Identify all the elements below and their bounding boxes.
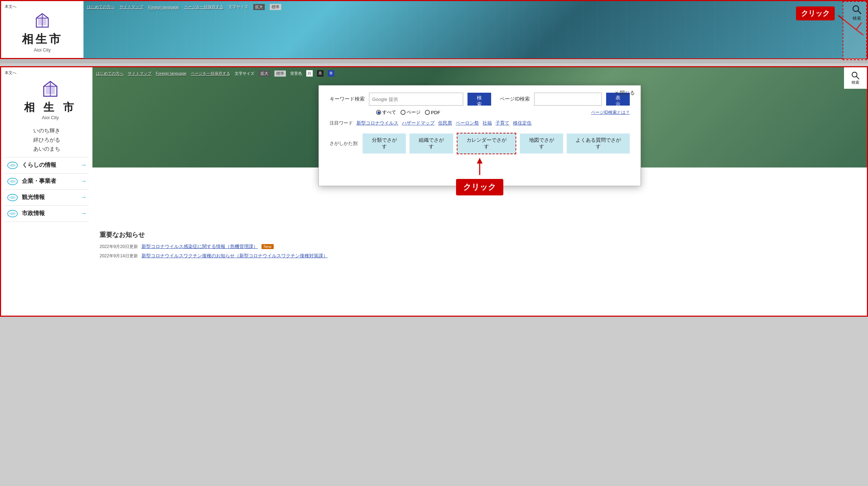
city-name-en-main: Aioi City — [42, 115, 59, 120]
page-id-input[interactable] — [534, 93, 601, 106]
radio-page-label: ページ — [407, 109, 421, 116]
nav-sitemap-top[interactable]: サイトマップ — [120, 4, 143, 10]
modal-close-btn[interactable]: × 閉じる — [615, 90, 635, 96]
svg-point-7 — [853, 6, 859, 11]
svg-line-8 — [858, 11, 861, 14]
search-icon-top — [852, 5, 862, 15]
font-standard-main[interactable]: 標準 — [274, 71, 286, 77]
nav-kanko[interactable]: 観光情報 → — [5, 189, 89, 205]
color-black-btn[interactable]: 黒 — [317, 70, 323, 77]
keyword-shafu[interactable]: 社福 — [483, 120, 492, 126]
keyword-ijyu[interactable]: 移住定住 — [513, 120, 532, 126]
notice-row-1: 2022年9月20日更新 新型コロナウイルス感染症に関する情報（危機管理課） N… — [100, 243, 860, 250]
nav-shisei-label: 市政情報 — [22, 210, 77, 217]
city-name-jp-top: 相生市 — [22, 31, 63, 47]
sagashi-label: さがしかた別 — [330, 140, 358, 147]
arrow-calendar — [469, 158, 490, 176]
city-name-jp-main: 相 生 市 — [24, 100, 77, 115]
font-expand-main[interactable]: 拡大 — [259, 71, 270, 77]
nav-kanko-icon — [7, 193, 18, 202]
keyword-search-button[interactable]: 検索 — [467, 93, 491, 106]
nav-kanko-label: 観光情報 — [22, 194, 77, 201]
keyword-covid[interactable]: 新型コロナウイルス — [356, 120, 398, 126]
nav-foreign-main[interactable]: Foreign language — [156, 71, 187, 76]
notice-link-2[interactable]: 新型コロナウイルスワクチン接種のお知らせ（新型コロナウイルスワクチン接種対策課） — [142, 253, 328, 259]
nav-kurashi-label: くらしの情報 — [22, 161, 77, 169]
sagashi-calendar[interactable]: カレンダーでさがす — [457, 133, 516, 154]
radio-pdf-circle — [425, 110, 430, 115]
skip-link-top[interactable]: 本文へ — [5, 4, 16, 9]
notice-row-2: 2022年9月14日更新 新型コロナウイルスワクチン接種のお知らせ（新型コロナウ… — [100, 253, 860, 259]
font-size-label-top: 文字サイズ — [229, 4, 248, 10]
close-label: 閉じる — [620, 90, 635, 96]
notice-link-1[interactable]: 新型コロナウイルス感染症に関する情報（危機管理課） — [142, 243, 258, 250]
nav-kanko-arrow: → — [80, 194, 87, 201]
click-badge-top: クリック — [796, 6, 835, 20]
radio-page[interactable]: ページ — [401, 109, 421, 116]
nav-shisei-arrow: → — [80, 210, 87, 217]
nav-foreign-top[interactable]: Foreign language — [148, 5, 179, 9]
font-expand-top[interactable]: 拡大 — [253, 4, 265, 10]
search-button-top[interactable]: 検索 — [849, 3, 865, 23]
page-id-label: ページID検索 — [500, 96, 530, 102]
color-white-btn[interactable]: 白 — [306, 70, 313, 77]
sagashi-bunrui[interactable]: 分類でさがす — [363, 133, 406, 154]
nav-save-top[interactable]: ページを一括保存する — [184, 4, 224, 10]
search-label-main: 検索 — [852, 80, 859, 85]
skip-link-main[interactable]: 本文へ — [5, 70, 89, 76]
sagashi-soshiki[interactable]: 組織でさがす — [409, 133, 453, 154]
click-badge-calendar: クリック — [456, 179, 503, 195]
sagashi-chizu[interactable]: 地図でさがす — [520, 133, 563, 154]
search-radio-group: すべて ページ PDF — [376, 109, 440, 116]
keyword-search-input[interactable] — [369, 93, 463, 106]
page-id-link[interactable]: ページID検索とは？ — [591, 110, 630, 116]
nav-shisei[interactable]: 市政情報 → — [5, 205, 89, 222]
notices-section: 重要なお知らせ 2022年9月20日更新 新型コロナウイルス感染症に関する情報（… — [92, 225, 867, 268]
new-badge-1: New — [262, 244, 274, 249]
radio-all-label: すべて — [382, 109, 396, 116]
city-logo-icon-top — [33, 12, 51, 30]
city-logo-icon-main — [40, 80, 60, 99]
nav-kigyo-icon — [7, 177, 18, 186]
keyword-peron[interactable]: ペーロン祭 — [456, 120, 479, 126]
radio-all[interactable]: すべて — [376, 109, 396, 116]
nav-kurashi[interactable]: くらしの情報 → — [5, 157, 89, 173]
sagashi-faq[interactable]: よくある質問でさがす — [567, 133, 630, 154]
font-standard-top[interactable]: 標準 — [270, 4, 281, 10]
notice-date-1: 2022年9月20日更新 — [100, 244, 138, 250]
search-modal: × 閉じる キーワード検索 検索 ページID検索 表示 — [318, 85, 641, 186]
color-label-main: 背景色 — [290, 71, 302, 76]
search-label-top: 検索 — [853, 15, 861, 21]
attention-label: 注目ワード — [330, 120, 353, 126]
nav-hajimete-main[interactable]: はじめての方へ — [96, 71, 124, 76]
svg-point-17 — [852, 72, 857, 77]
nav-sitemap-main[interactable]: サイトマップ — [128, 71, 152, 76]
nav-kigyo-arrow: → — [80, 178, 87, 185]
svg-line-18 — [857, 76, 859, 79]
keyword-hazard[interactable]: ハザードマップ — [402, 120, 435, 126]
notices-title: 重要なお知らせ — [100, 230, 860, 239]
radio-pdf[interactable]: PDF — [425, 110, 440, 115]
radio-pdf-label: PDF — [431, 110, 440, 115]
radio-all-circle — [376, 110, 381, 115]
search-icon-main — [851, 71, 860, 80]
keyword-search-label: キーワード検索 — [330, 96, 365, 102]
notice-date-2: 2022年9月14日更新 — [100, 253, 138, 259]
tagline-main: いのち輝き 絆ひろがる あいのまち — [5, 126, 89, 154]
nav-kigyo-label: 企業・事業者 — [22, 178, 77, 185]
svg-marker-20 — [477, 158, 483, 164]
radio-page-circle — [401, 110, 406, 115]
nav-hajimete-top[interactable]: はじめての方へ — [87, 4, 115, 10]
close-icon: × — [615, 90, 618, 96]
nav-kurashi-icon — [7, 161, 18, 170]
nav-kurashi-arrow: → — [80, 161, 87, 169]
nav-save-main[interactable]: ページを一括保存する — [191, 71, 230, 76]
keyword-kosodate[interactable]: 子育て — [495, 120, 509, 126]
nav-shisei-icon — [7, 209, 18, 218]
keyword-juminhyo[interactable]: 住民票 — [438, 120, 452, 126]
city-name-en-top: Aioi City — [34, 47, 51, 53]
font-size-label-main: 文字サイズ — [235, 71, 254, 76]
nav-kigyo[interactable]: 企業・事業者 → — [5, 173, 89, 189]
color-blue-btn[interactable]: 青 — [328, 70, 334, 77]
